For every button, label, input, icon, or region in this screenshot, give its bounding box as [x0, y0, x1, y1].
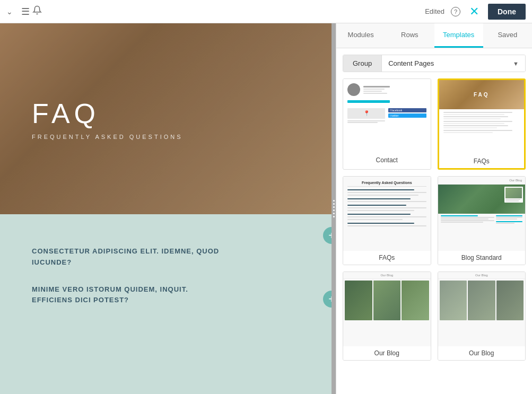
add-row-button-1[interactable]: +	[323, 227, 332, 244]
faq-text-content: CONSECTETUR ADIPISCING ELIT. IDEMNE, QUO…	[32, 235, 300, 332]
faq-question-2: MINIME VERO ISTORUM QUIDEM, INQUIT.EFFIC…	[32, 284, 300, 307]
template-thumb-faqs-list: Frequently Asked Questions	[343, 177, 431, 251]
panel-content: Group Content Pages ▼	[336, 48, 532, 394]
chevron-down-icon[interactable]: ⌄	[6, 7, 13, 16]
page-editor: FAQ FREQUENTLY ASKED QUESTIONS CONSECTET…	[0, 23, 332, 394]
contact-avatar-icon	[347, 83, 360, 96]
drag-dot	[333, 213, 335, 214]
drag-dot	[333, 200, 335, 202]
group-content-bar: Group Content Pages ▼	[343, 55, 526, 72]
group-button[interactable]: Group	[343, 55, 382, 72]
drag-strip[interactable]	[332, 23, 336, 394]
tab-modules[interactable]: Modules	[336, 23, 385, 48]
template-thumb-blog-2: Our Blog	[438, 272, 526, 346]
drag-dot	[333, 203, 335, 205]
template-label-faqs-hero: FAQs	[439, 154, 525, 168]
main-area: FAQ FREQUENTLY ASKED QUESTIONS CONSECTET…	[0, 23, 532, 394]
edited-label: Edited	[425, 7, 444, 15]
template-grid: 📍 f facebook t twitter	[343, 78, 526, 361]
content-area: CONSECTETUR ADIPISCING ELIT. IDEMNE, QUO…	[0, 214, 332, 354]
hero-subtitle: FREQUENTLY ASKED QUESTIONS	[32, 134, 183, 140]
notification-bell-icon[interactable]: ☰	[21, 5, 42, 17]
tab-templates[interactable]: Templates	[434, 23, 483, 48]
template-thumb-blog-1: Our Blog	[343, 272, 431, 346]
template-label-contact: Contact	[343, 153, 431, 167]
top-bar: ⌄ ☰ Edited ? ✕ Done	[0, 0, 532, 23]
template-label-faqs-list: FAQs	[343, 251, 431, 265]
template-card-blog-1[interactable]: Our Blog Our Blog	[343, 272, 431, 361]
template-label-blog-1: Our Blog	[343, 346, 431, 360]
template-card-faqs-hero[interactable]: FAQ	[438, 78, 526, 170]
faq-hero-section: FAQ FREQUENTLY ASKED QUESTIONS	[0, 23, 332, 214]
template-card-blog-2[interactable]: Our Blog Our Blog	[438, 272, 526, 361]
content-pages-label: Content Pages	[388, 59, 434, 67]
hero-title: FAQ	[32, 98, 183, 129]
template-label-blog-standard: Blog Standard	[438, 251, 526, 265]
drag-dot	[333, 209, 335, 211]
template-card-contact[interactable]: 📍 f facebook t twitter	[343, 78, 431, 170]
close-button[interactable]: ✕	[467, 4, 482, 19]
content-pages-button[interactable]: Content Pages ▼	[382, 55, 525, 72]
template-thumb-blog-standard: Our Blog	[438, 177, 526, 251]
top-bar-left: ⌄ ☰	[6, 5, 425, 17]
template-thumb-contact: 📍 f facebook t twitter	[343, 79, 431, 153]
right-panel: Modules Rows Templates Saved Group Conte…	[336, 23, 532, 394]
hero-content: FAQ FREQUENTLY ASKED QUESTIONS	[32, 98, 183, 140]
panel-tabs: Modules Rows Templates Saved	[336, 23, 532, 48]
tab-rows[interactable]: Rows	[385, 23, 434, 48]
drag-dot	[333, 206, 335, 208]
faq-question-1: CONSECTETUR ADIPISCING ELIT. IDEMNE, QUO…	[32, 246, 300, 268]
dropdown-chevron-icon: ▼	[513, 60, 519, 67]
drag-dot	[333, 216, 335, 217]
right-panel-wrapper: Modules Rows Templates Saved Group Conte…	[332, 23, 532, 394]
template-card-blog-standard[interactable]: Our Blog	[438, 176, 526, 265]
help-icon[interactable]: ?	[451, 7, 460, 16]
done-button[interactable]: Done	[488, 4, 526, 20]
template-label-blog-2: Our Blog	[438, 346, 526, 360]
template-card-faqs-list[interactable]: Frequently Asked Questions	[343, 176, 431, 265]
top-bar-right: Edited ? ✕ Done	[425, 4, 526, 20]
add-row-button-2[interactable]: +	[323, 291, 332, 308]
tab-saved[interactable]: Saved	[483, 23, 532, 48]
template-thumb-faqs-hero: FAQ	[439, 80, 525, 154]
